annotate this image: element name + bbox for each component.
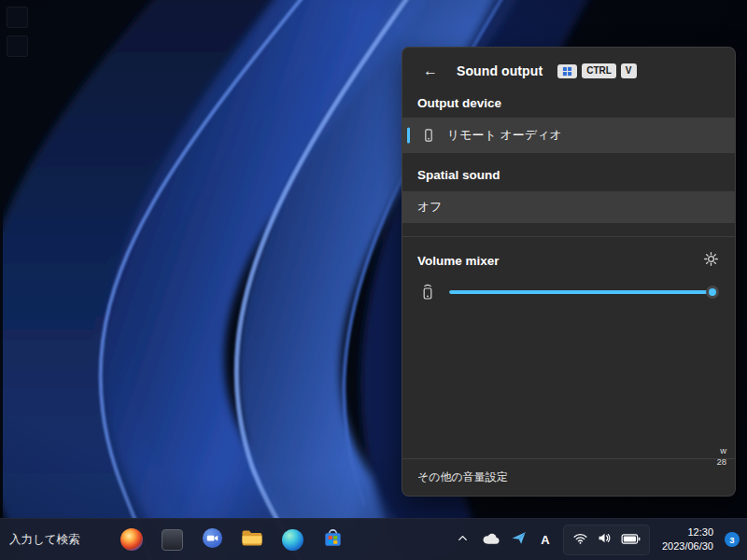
taskbar-search[interactable]: 入力して検索 [9, 519, 80, 560]
chat-app-button[interactable] [200, 527, 224, 552]
folder-icon [241, 529, 263, 551]
back-arrow-icon: ← [423, 63, 438, 78]
volume-slider-thumb[interactable] [706, 286, 719, 299]
keypress-overlay: CTRL V [557, 63, 636, 78]
taskbar-app-icons [120, 519, 345, 560]
search-label: 入力して検索 [9, 532, 80, 548]
notification-count-badge[interactable]: 3 [725, 532, 740, 547]
volume-mixer-header: Volume mixer [402, 237, 735, 276]
quick-settings-button[interactable] [563, 525, 650, 555]
flyout-title: Sound output [457, 63, 543, 78]
desktop-shortcut-icon[interactable] [7, 7, 28, 28]
flyout-header: ← Sound output CTRL V [402, 48, 735, 91]
remote-audio-device-icon [421, 128, 436, 143]
wifi-icon [572, 530, 588, 550]
cloud-icon [480, 531, 501, 549]
flyout-footer: その他の音量設定 [402, 458, 735, 496]
selection-indicator [407, 128, 410, 144]
paper-plane-icon [510, 529, 528, 551]
fragment-line: w [691, 445, 726, 456]
gear-icon [703, 251, 719, 270]
chat-video-icon [202, 527, 223, 553]
volume-slider-track [449, 290, 718, 294]
system-tray: A [452, 519, 741, 560]
comet-browser-app-button[interactable] [120, 527, 144, 552]
speaker-icon [597, 530, 613, 550]
dark-window-app-button[interactable] [160, 527, 184, 552]
spatial-sound-value: オフ [417, 199, 443, 216]
fragment-line: 28 [691, 456, 726, 468]
clock-date: 2023/06/30 [662, 539, 713, 553]
spatial-sound-heading: Spatial sound [402, 162, 735, 189]
output-device-row[interactable]: リモート オーディオ [402, 118, 735, 153]
tray-overflow-button[interactable] [452, 526, 474, 553]
volume-slider-fill [449, 290, 718, 294]
microsoft-store-button[interactable] [320, 527, 345, 552]
back-button[interactable]: ← [416, 60, 445, 82]
battery-icon [621, 531, 641, 548]
chevron-up-icon [456, 531, 470, 549]
windows-key-icon [557, 64, 577, 78]
output-device-heading: Output device [402, 91, 735, 118]
spatial-sound-dropdown[interactable]: オフ [402, 191, 735, 223]
more-volume-settings-link[interactable]: その他の音量設定 [417, 470, 508, 483]
ctrl-key-badge: CTRL [582, 63, 616, 78]
desktop: ← Sound output CTRL V Output device [0, 0, 747, 560]
microsoft-store-icon [322, 527, 344, 553]
volume-mixer-settings-button[interactable] [700, 248, 722, 273]
edge-browser-icon [282, 529, 303, 551]
comet-browser-icon [120, 528, 143, 551]
dark-window-icon [162, 529, 183, 551]
volume-slider-row [402, 276, 735, 301]
onedrive-tray-button[interactable] [480, 526, 502, 553]
edge-browser-button[interactable] [280, 527, 304, 552]
ime-indicator[interactable]: A [536, 533, 555, 547]
file-explorer-button[interactable] [240, 527, 264, 552]
volume-device-icon[interactable] [419, 284, 436, 301]
v-key-badge: V [621, 63, 637, 78]
background-text-fragment: w 28 [691, 445, 726, 469]
volume-slider[interactable] [449, 284, 718, 301]
clock-time: 12:30 [662, 525, 713, 539]
output-device-label: リモート オーディオ [447, 127, 562, 144]
messenger-tray-button[interactable] [508, 526, 530, 553]
sound-output-flyout: ← Sound output CTRL V Output device [402, 47, 736, 497]
volume-mixer-heading: Volume mixer [417, 254, 500, 268]
desktop-shortcut-icon[interactable] [7, 35, 28, 57]
taskbar: 入力して検索 [0, 518, 747, 560]
taskbar-clock[interactable]: 12:30 2023/06/30 [662, 525, 713, 553]
